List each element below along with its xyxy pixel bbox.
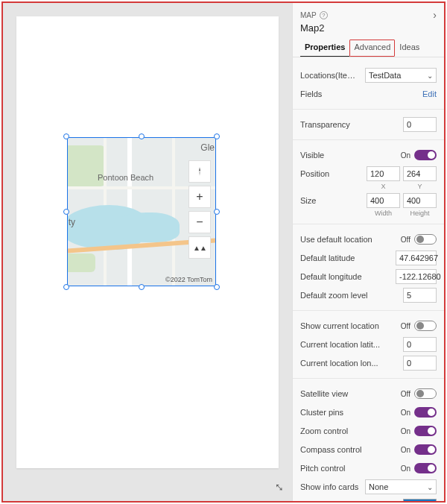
fields-label: Fields: [300, 89, 418, 98]
map-control-selected[interactable]: Pontoon Beach Gle ity ©2022 TomTom + − ▲…: [67, 137, 216, 286]
current-lat-label: Current location latit...: [300, 340, 399, 349]
fields-edit-link[interactable]: Edit: [422, 89, 437, 98]
resize-handle[interactable]: [214, 209, 220, 215]
pin-color-swatch[interactable]: [403, 499, 437, 501]
resize-handle[interactable]: [214, 284, 220, 290]
map-zoom-in-button[interactable]: +: [188, 186, 211, 208]
canvas-area: Pontoon Beach Gle ity ©2022 TomTom + − ▲…: [3, 3, 292, 501]
resize-handle[interactable]: [63, 284, 69, 290]
current-lon-input[interactable]: 0: [403, 356, 437, 371]
visible-toggle[interactable]: [414, 150, 437, 160]
show-info-cards-dropdown[interactable]: None⌄: [365, 479, 437, 494]
resize-handle[interactable]: [139, 133, 145, 139]
zoom-control-label: Zoom control: [300, 426, 393, 435]
cluster-pins-label: Cluster pins: [300, 408, 393, 417]
default-zoom-label: Default zoom level: [300, 291, 399, 300]
compass-control-label: Compass control: [300, 445, 393, 454]
use-default-location-label: Use default location: [300, 235, 393, 244]
resize-handle[interactable]: [139, 284, 145, 290]
canvas-resize-icon[interactable]: ↔: [269, 477, 290, 498]
default-lat-label: Default latitude: [300, 253, 391, 262]
design-page[interactable]: Pontoon Beach Gle ity ©2022 TomTom + − ▲…: [16, 16, 279, 468]
chevron-down-icon: ⌄: [427, 72, 433, 80]
current-lon-label: Current location lon...: [300, 359, 399, 368]
cluster-pins-toggle[interactable]: [414, 407, 437, 418]
resize-handle[interactable]: [214, 133, 220, 139]
size-h-input[interactable]: 400: [403, 193, 437, 208]
locations-dropdown[interactable]: TestData⌄: [365, 68, 437, 83]
satellite-view-toggle[interactable]: [414, 388, 437, 399]
satellite-view-label: Satellite view: [300, 389, 393, 398]
use-default-location-toggle[interactable]: [414, 234, 437, 245]
chevron-right-icon[interactable]: ›: [433, 9, 437, 21]
default-lon-input[interactable]: -122.12680: [396, 269, 437, 284]
size-w-input[interactable]: 400: [367, 193, 400, 208]
map-label-gle: Gle: [200, 142, 215, 153]
map-pitch-button[interactable]: ▲▲: [188, 236, 211, 259]
transparency-input[interactable]: 0: [403, 117, 437, 132]
chevron-down-icon: ⌄: [427, 483, 433, 491]
current-lat-input[interactable]: 0: [403, 337, 437, 352]
map-copyright: ©2022 TomTom: [165, 276, 212, 283]
map-zoom-out-button[interactable]: −: [188, 211, 211, 233]
pitch-control-label: Pitch control: [300, 464, 393, 473]
show-current-location-label: Show current location: [300, 321, 393, 330]
tab-ideas[interactable]: Ideas: [395, 40, 424, 57]
visible-label: Visible: [300, 151, 393, 160]
default-lat-input[interactable]: 47.642967: [396, 251, 437, 265]
help-icon[interactable]: ?: [320, 11, 328, 19]
default-lon-label: Default longitude: [300, 272, 391, 281]
resize-handle[interactable]: [63, 133, 69, 139]
position-y-input[interactable]: 264: [403, 166, 437, 181]
tab-advanced[interactable]: Advanced: [349, 40, 395, 57]
show-info-cards-label: Show info cards: [300, 482, 361, 491]
size-label: Size: [300, 196, 362, 205]
properties-panel: MAP ? › Map2 Properties Advanced Ideas L…: [292, 3, 444, 501]
object-name: Map2: [300, 22, 437, 34]
panel-category: MAP: [300, 11, 317, 19]
map-body[interactable]: Pontoon Beach Gle ity ©2022 TomTom + − ▲…: [68, 138, 215, 286]
position-x-input[interactable]: 120: [367, 166, 400, 181]
compass-control-toggle[interactable]: [414, 444, 437, 455]
map-compass-button[interactable]: [188, 160, 211, 183]
pitch-control-toggle[interactable]: [414, 463, 437, 473]
transparency-label: Transparency: [300, 120, 399, 129]
map-label-pontoon: Pontoon Beach: [98, 173, 153, 182]
locations-label: Locations(Items): [300, 71, 361, 80]
show-current-location-toggle[interactable]: [414, 321, 437, 331]
position-label: Position: [300, 169, 362, 178]
resize-handle[interactable]: [63, 209, 69, 215]
default-zoom-input[interactable]: 5: [403, 288, 437, 303]
zoom-control-toggle[interactable]: [414, 426, 437, 436]
tab-properties[interactable]: Properties: [300, 40, 349, 57]
map-label-ity: ity: [68, 217, 75, 227]
